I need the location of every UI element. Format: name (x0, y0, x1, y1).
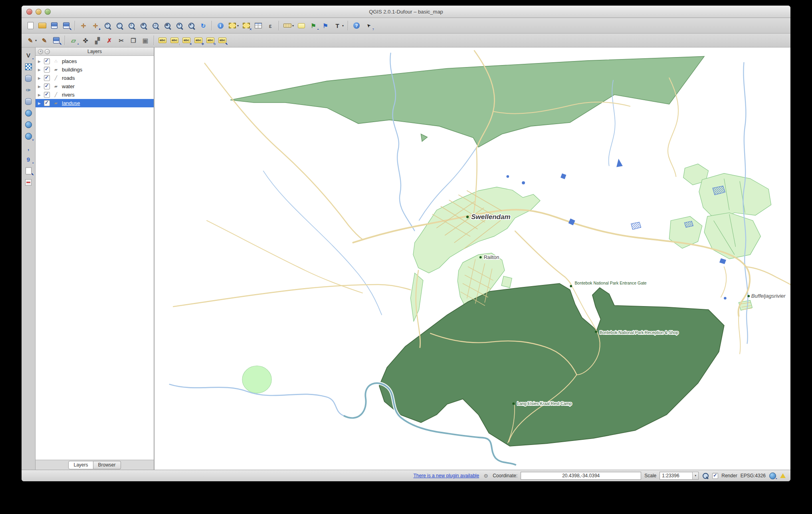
zoom-out-button[interactable]: − (114, 20, 125, 31)
add-oracle-layer-button[interactable]: 9+ (23, 154, 34, 164)
scale-combo[interactable]: 1:23396 (660, 472, 699, 480)
layer-row-rivers[interactable]: ▶╱rivers (36, 91, 154, 99)
open-project-button[interactable] (37, 20, 48, 31)
expand-arrow-icon[interactable]: ▶ (38, 59, 42, 63)
add-spatialite-layer-button[interactable]: ✑ (23, 85, 34, 95)
labeling-button[interactable] (157, 35, 168, 45)
render-checkbox[interactable] (712, 473, 718, 479)
tab-layers[interactable]: Layers (68, 461, 93, 469)
zoom-in-button[interactable]: + (102, 20, 113, 31)
add-postgis-layer-button[interactable] (23, 73, 34, 83)
measure-line-dropdown[interactable]: ▾ (292, 24, 294, 28)
copy-features-button[interactable]: ❐ (128, 35, 139, 45)
add-delimited-text-layer-button[interactable]: , (23, 142, 34, 153)
toggle-editing-button[interactable]: ✎ (39, 35, 50, 45)
manage-layers-toolbar: V+✑V,9+✎ (22, 47, 35, 470)
add-raster-layer-button[interactable] (23, 61, 34, 72)
save-project-button[interactable] (49, 20, 60, 31)
select-features-button[interactable]: ▾ (227, 20, 240, 31)
field-calculator-button[interactable]: ε (265, 20, 276, 31)
zoom-window-button[interactable] (45, 9, 51, 15)
layer-checkbox-rivers[interactable] (44, 92, 50, 98)
text-annotation-dropdown[interactable]: ▾ (342, 24, 344, 28)
map-canvas[interactable]: Swellendam Railton Bontebok National Par… (154, 47, 790, 470)
tab-browser[interactable]: Browser (93, 461, 121, 469)
zoom-full-button[interactable]: ⊞ (138, 20, 149, 31)
add-feature-button[interactable]: ▱+ (68, 35, 79, 45)
zoom-to-selection-button[interactable]: ▢ (150, 20, 161, 31)
label-move-button[interactable]: ✜ (193, 35, 204, 45)
current-edits-dropdown[interactable]: ▾ (35, 39, 37, 42)
label-rotate-button[interactable]: ↻ (205, 35, 216, 45)
whats-this-button[interactable]: ? (363, 20, 374, 31)
help-contents-button[interactable] (351, 20, 362, 31)
delete-selected-button[interactable]: ✗ (104, 35, 115, 45)
layer-row-landuse[interactable]: ▶▰landuse (36, 99, 154, 107)
paste-features-button[interactable]: ▣ (140, 35, 151, 45)
deselect-features-button[interactable]: ✕ (241, 20, 252, 31)
map-tips-button[interactable] (296, 20, 307, 31)
label-show-hide-button[interactable]: ✕ (181, 35, 192, 45)
plugin-link[interactable]: There is a new plugin available (413, 473, 479, 478)
node-tool-button[interactable]: ▞ (92, 35, 103, 45)
new-project-button[interactable] (25, 20, 36, 31)
zoom-to-layer-button[interactable]: ▤ (162, 20, 173, 31)
layer-checkbox-places[interactable] (44, 58, 50, 64)
save-edits-button[interactable]: ✎ (51, 35, 62, 45)
expand-arrow-icon[interactable]: ▶ (38, 76, 42, 80)
add-wms-layer-button[interactable] (23, 108, 34, 118)
toolbar-separator (154, 36, 154, 45)
pan-to-selection-button[interactable]: ✛✦ (90, 20, 101, 31)
expand-arrow-icon[interactable]: ▶ (38, 85, 42, 89)
scale-dropdown-icon[interactable] (692, 472, 698, 479)
messages-icon[interactable] (779, 472, 786, 479)
zoom-next-button[interactable]: ▸ (186, 20, 197, 31)
layer-checkbox-landuse[interactable] (44, 100, 50, 106)
expand-arrow-icon[interactable]: ▶ (38, 68, 42, 72)
layer-row-places[interactable]: ▶∴places (36, 57, 154, 65)
add-vector-layer-button[interactable]: V+ (23, 50, 34, 60)
layer-checkbox-roads[interactable] (44, 75, 50, 81)
title-bar[interactable]: QGIS 2.0.1-Dufour – basic_map (22, 6, 790, 18)
identify-features-button[interactable] (215, 20, 226, 31)
cut-features-button[interactable]: ✂ (116, 35, 127, 45)
scale-magnifier-icon[interactable] (702, 472, 709, 479)
label-pin-button[interactable]: ↓ (169, 35, 180, 45)
layer-checkbox-water[interactable] (44, 83, 50, 89)
plugin-icon[interactable] (482, 472, 489, 479)
open-attribute-table-button[interactable] (253, 20, 264, 31)
panel-close-icon[interactable] (38, 49, 43, 54)
new-shapefile-layer-button[interactable]: ✎ (23, 166, 34, 176)
coordinate-input[interactable]: 20.4398,-34.0394 (521, 472, 641, 480)
zoom-to-layer-icon: ▤ (163, 21, 172, 30)
add-wcs-layer-button[interactable] (23, 119, 34, 130)
add-wfs-layer-button[interactable]: V (23, 131, 34, 141)
text-annotation-button[interactable]: T▾ (332, 20, 345, 31)
show-bookmarks-button[interactable]: ⚑ (320, 20, 331, 31)
save-project-as-button[interactable]: ✎ (61, 20, 72, 31)
move-feature-button[interactable]: ✜ (80, 35, 91, 45)
expand-arrow-icon[interactable]: ▶ (38, 93, 42, 97)
select-features-dropdown[interactable]: ▾ (237, 24, 239, 28)
measure-line-button[interactable]: ▾ (282, 20, 295, 31)
layer-row-roads[interactable]: ▶╱roads (36, 74, 154, 82)
close-button[interactable] (26, 9, 32, 15)
remove-layer-button[interactable] (23, 177, 34, 188)
dam-2 (560, 173, 566, 179)
expand-arrow-icon[interactable]: ▶ (38, 101, 42, 105)
add-mssql-layer-button[interactable] (23, 96, 34, 107)
crs-status-icon[interactable]: + (769, 472, 776, 479)
layer-row-buildings[interactable]: ▶▰buildings (36, 65, 154, 74)
layer-row-water[interactable]: ▶▰water (36, 82, 154, 91)
pan-map-button[interactable]: ✛ (78, 20, 89, 31)
window-title: QGIS 2.0.1-Dufour – basic_map (22, 9, 790, 15)
new-bookmark-button[interactable]: ⚑+ (308, 20, 319, 31)
refresh-map-button[interactable]: ↻ (198, 20, 209, 31)
zoom-native-button[interactable]: 1 (126, 20, 137, 31)
current-edits-button[interactable]: ✎▾ (25, 35, 38, 45)
panel-float-icon[interactable] (45, 49, 50, 54)
zoom-last-button[interactable]: ◂ (174, 20, 185, 31)
minimize-button[interactable] (36, 9, 42, 15)
label-properties-button[interactable]: ✎ (217, 35, 228, 45)
layer-checkbox-buildings[interactable] (44, 67, 50, 73)
